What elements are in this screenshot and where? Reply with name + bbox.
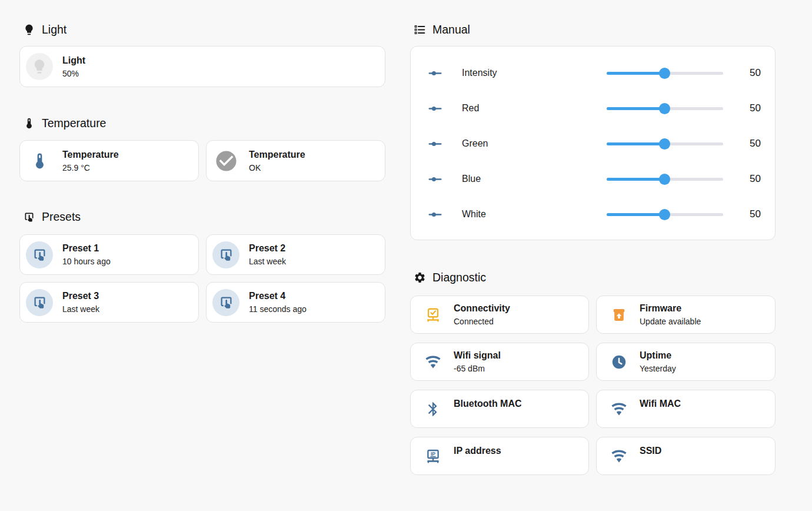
uptime-card: Uptime Yesterday <box>596 343 776 381</box>
entity-title: Connectivity <box>454 303 510 314</box>
entity-title: Preset 3 <box>62 290 99 302</box>
entity-title: IP address <box>454 445 501 457</box>
right-column: Manual Intensity 50 Red 50 <box>410 0 776 475</box>
left-column: Light Light 50% Temperature Temperature … <box>19 0 385 323</box>
slider-value: 50 <box>734 208 761 220</box>
section-heading-manual: Manual <box>410 22 776 37</box>
slider-label: Red <box>462 103 479 114</box>
ip-network-icon: IP <box>425 448 441 464</box>
section-title: Diagnostic <box>432 271 486 284</box>
entity-title: Wifi signal <box>454 350 501 361</box>
wifi-mac-card: Wifi MAC <box>596 390 776 428</box>
slider-fill <box>607 213 665 216</box>
slider-icon <box>428 172 442 187</box>
slider-row-intensity: Intensity 50 <box>411 55 775 91</box>
slider-label: Green <box>462 138 488 149</box>
tap-button-icon <box>32 247 48 263</box>
avatar <box>26 241 53 268</box>
preset-2-card[interactable]: Preset 2 Last week <box>206 234 385 275</box>
slider-thumb[interactable] <box>659 68 670 79</box>
lan-check-icon <box>425 307 441 323</box>
preset-1-card[interactable]: Preset 1 10 hours ago <box>19 234 199 275</box>
wifi-icon <box>425 354 441 370</box>
slider-fill <box>607 72 665 75</box>
slider-row-white: White 50 <box>411 197 775 232</box>
slider-thumb[interactable] <box>659 138 670 150</box>
section-heading-temperature: Temperature <box>19 115 385 131</box>
entity-title: Wifi MAC <box>640 398 681 410</box>
entity-title: SSID <box>640 445 661 457</box>
section-title: Temperature <box>42 117 106 130</box>
entity-state: Last week <box>249 256 286 267</box>
temperature-status-card: Temperature OK <box>206 140 385 181</box>
slider-track[interactable] <box>607 142 723 145</box>
section-title: Manual <box>432 23 470 36</box>
wifi-signal-card: Wifi signal -65 dBm <box>410 343 589 381</box>
icon-slot <box>26 152 53 170</box>
slider-track[interactable] <box>607 72 723 75</box>
entity-state: 11 seconds ago <box>249 304 307 314</box>
slider-icon <box>428 207 442 222</box>
slider-value: 50 <box>734 67 761 79</box>
slider-icon <box>428 101 442 116</box>
slider-thumb[interactable] <box>659 103 670 114</box>
slider-thumb[interactable] <box>659 209 670 220</box>
entity-state: Update available <box>640 316 701 327</box>
slider-row-red: Red 50 <box>411 91 775 126</box>
blue-slider[interactable] <box>607 173 723 185</box>
slider-label: Intensity <box>462 68 497 78</box>
entity-title: Firmware <box>640 303 701 314</box>
slider-fill <box>607 178 665 181</box>
slider-track[interactable] <box>607 213 723 216</box>
section-heading-light: Light <box>19 22 385 37</box>
entity-title: Bluetooth MAC <box>454 398 522 410</box>
entity-title: Temperature <box>62 149 119 161</box>
tap-button-icon <box>23 211 35 223</box>
avatar <box>212 241 239 268</box>
light-card[interactable]: Light 50% <box>19 46 385 87</box>
slider-fill <box>607 142 665 145</box>
section-heading-presets: Presets <box>19 209 385 224</box>
lightbulb-icon <box>23 24 35 36</box>
temperature-sensor-card: Temperature 25.9 °C <box>19 140 199 181</box>
entity-state: Yesterday <box>640 363 676 374</box>
thermometer-icon <box>23 117 35 130</box>
slider-value: 50 <box>734 102 761 114</box>
preset-3-card[interactable]: Preset 3 Last week <box>19 282 199 323</box>
intensity-slider[interactable] <box>607 67 723 79</box>
firmware-card[interactable]: Firmware Update available <box>596 296 776 334</box>
slider-value: 50 <box>734 138 761 150</box>
red-slider[interactable] <box>607 102 723 115</box>
clock-icon <box>611 354 627 370</box>
slider-value: 50 <box>734 173 761 185</box>
diagnostic-grid: Connectivity Connected Firmware Update a… <box>410 296 776 475</box>
manual-sliders-card: Intensity 50 Red 50 Green <box>410 46 776 240</box>
slider-thumb[interactable] <box>659 174 670 185</box>
entity-title: Preset 2 <box>249 243 286 254</box>
tap-button-icon <box>218 294 234 310</box>
entity-state: 10 hours ago <box>62 256 111 267</box>
section-title: Light <box>42 23 66 36</box>
lightbulb-icon <box>31 58 48 75</box>
entity-state: Connected <box>454 316 510 327</box>
entity-title: Light <box>62 55 85 67</box>
tap-button-icon <box>32 294 48 310</box>
entity-state: -65 dBm <box>454 363 501 374</box>
green-slider[interactable] <box>607 138 723 150</box>
entity-title: Uptime <box>640 350 676 361</box>
section-title: Presets <box>42 210 81 224</box>
preset-4-card[interactable]: Preset 4 11 seconds ago <box>206 282 385 323</box>
avatar <box>26 53 53 80</box>
slider-label: White <box>462 209 486 220</box>
connectivity-card: Connectivity Connected <box>410 296 589 334</box>
bluetooth-mac-card: Bluetooth MAC <box>410 390 589 428</box>
slider-icon <box>428 137 442 151</box>
ssid-card: SSID <box>596 437 776 475</box>
check-circle-icon <box>214 149 238 173</box>
thermometer-icon <box>31 152 49 170</box>
slider-track[interactable] <box>607 107 723 110</box>
svg-text:IP: IP <box>431 451 435 457</box>
slider-track[interactable] <box>607 178 723 181</box>
slider-icon <box>428 66 442 81</box>
white-slider[interactable] <box>607 208 723 221</box>
